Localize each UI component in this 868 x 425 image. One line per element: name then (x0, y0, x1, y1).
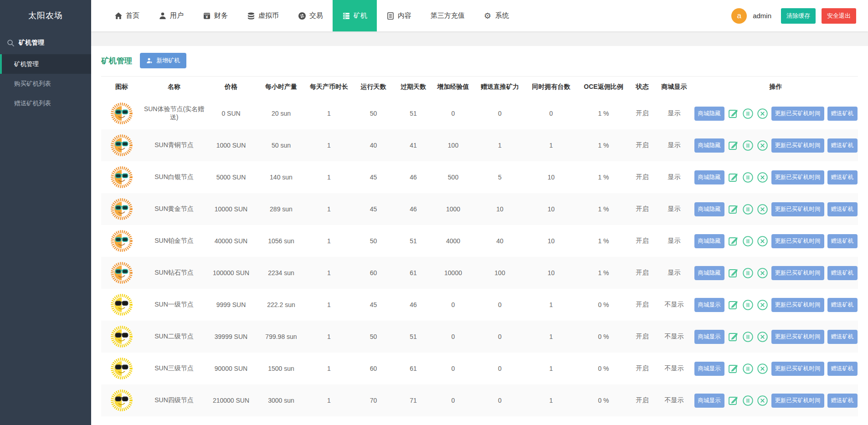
update-time-button[interactable]: 更新已买矿机时间 (771, 107, 824, 121)
add-miner-button[interactable]: 新增矿机 (140, 53, 186, 68)
gift-miner-button[interactable]: 赠送矿机 (827, 170, 858, 184)
edit-button[interactable] (728, 395, 739, 406)
edit-button[interactable] (728, 331, 739, 343)
cell-price: 90000 SUN (206, 353, 256, 384)
gift-miner-button[interactable]: 赠送矿机 (827, 298, 858, 312)
sidebar-item[interactable]: 赠送矿机列表 (0, 93, 91, 113)
update-time-button[interactable]: 更新已买矿机时间 (771, 170, 824, 184)
gift-miner-button[interactable]: 赠送矿机 (827, 202, 858, 216)
delete-button[interactable] (757, 363, 768, 374)
clear-cache-button[interactable]: 清除缓存 (781, 8, 816, 24)
app-root: 太阳农场 矿机管理 矿机管理购买矿机列表赠送矿机列表 首页用户¥财务虚拟币交易矿… (0, 0, 868, 425)
cell-hourly: 3000 sun (256, 384, 306, 416)
pause-button[interactable] (742, 299, 754, 311)
delete-button[interactable] (757, 108, 768, 119)
nav-item[interactable]: 矿机 (333, 0, 377, 31)
update-time-button[interactable]: 更新已买矿机时间 (771, 234, 824, 248)
pause-button[interactable] (742, 331, 754, 343)
sidebar-item[interactable]: 购买矿机列表 (0, 74, 91, 93)
mall-toggle-button[interactable]: 商城显示 (694, 362, 724, 376)
cell-oce: 1 % (577, 129, 630, 161)
edit-button[interactable] (728, 363, 739, 374)
update-time-button[interactable]: 更新已买矿机时间 (771, 362, 824, 376)
gift-miner-button[interactable]: 赠送矿机 (827, 394, 858, 408)
column-header: 每天产币时长 (306, 77, 352, 97)
cell-name: SUN一级节点 (142, 289, 206, 321)
cell-hours: 1 (306, 161, 352, 193)
nav-item[interactable]: 用户 (149, 0, 193, 31)
close-icon (757, 267, 768, 279)
gift-miner-button[interactable]: 赠送矿机 (827, 362, 858, 376)
edit-button[interactable] (728, 204, 739, 215)
edit-button[interactable] (728, 140, 739, 151)
cell-hours: 1 (306, 384, 352, 416)
pause-button[interactable] (742, 108, 754, 119)
logout-button[interactable]: 安全退出 (822, 8, 856, 24)
pause-button[interactable] (742, 236, 754, 247)
avatar[interactable]: a (731, 8, 747, 24)
delete-button[interactable] (757, 395, 768, 406)
mall-toggle-button[interactable]: 商城隐藏 (694, 234, 724, 248)
mall-toggle-button[interactable]: 商城显示 (694, 394, 724, 408)
nav-item[interactable]: 交易 (288, 0, 333, 31)
edit-button[interactable] (728, 267, 739, 279)
pause-button[interactable] (742, 395, 754, 406)
edit-button[interactable] (728, 236, 739, 247)
update-time-button[interactable]: 更新已买矿机时间 (771, 202, 824, 216)
pause-button[interactable] (742, 267, 754, 279)
pause-button[interactable] (742, 140, 754, 151)
gift-miner-button[interactable]: 赠送矿机 (827, 330, 858, 344)
sidebar-menu: 矿机管理购买矿机列表赠送矿机列表 (0, 54, 91, 113)
cell-status: 开启 (630, 225, 655, 257)
gift-miner-button[interactable]: 赠送矿机 (827, 266, 858, 280)
mall-toggle-button[interactable]: 商城隐藏 (694, 202, 724, 216)
delete-button[interactable] (757, 267, 768, 279)
delete-button[interactable] (757, 236, 768, 247)
pause-icon (742, 267, 754, 279)
cell-price: 5000 SUN (206, 161, 256, 193)
update-time-button[interactable]: 更新已买矿机时间 (771, 298, 824, 312)
cell-run_days: 50 (352, 225, 395, 257)
cell-max_own: 10 (525, 193, 577, 225)
pause-button[interactable] (742, 172, 754, 183)
cell-price: 10000 SUN (206, 193, 256, 225)
update-time-button[interactable]: 更新已买矿机时间 (771, 330, 824, 344)
gift-miner-button[interactable]: 赠送矿机 (827, 234, 858, 248)
nav-item[interactable]: ⚙系统 (474, 0, 519, 31)
mall-toggle-button[interactable]: 商城隐藏 (694, 138, 724, 153)
pause-button[interactable] (742, 363, 754, 374)
delete-button[interactable] (757, 331, 768, 343)
mall-toggle-button[interactable]: 商城显示 (694, 298, 724, 312)
yellow-sun-icon (111, 389, 133, 411)
edit-button[interactable] (728, 172, 739, 183)
cell-run_days: 60 (352, 257, 395, 289)
edit-icon (728, 299, 739, 311)
sidebar-item[interactable]: 矿机管理 (0, 54, 91, 74)
mall-toggle-button[interactable]: 商城隐藏 (694, 170, 724, 184)
nav-item[interactable]: 首页 (105, 0, 149, 31)
update-time-button[interactable]: 更新已买矿机时间 (771, 138, 824, 153)
cell-oce: 0 % (577, 321, 630, 353)
delete-button[interactable] (757, 140, 768, 151)
gift-miner-button[interactable]: 赠送矿机 (827, 107, 858, 121)
nav-item[interactable]: ¥财务 (193, 0, 237, 31)
mall-toggle-button[interactable]: 商城显示 (694, 330, 724, 344)
delete-button[interactable] (757, 204, 768, 215)
mall-toggle-button[interactable]: 商城隐藏 (694, 107, 724, 121)
nav-item[interactable]: 虚拟币 (237, 0, 288, 31)
breadcrumb-strip (91, 31, 868, 46)
update-time-button[interactable]: 更新已买矿机时间 (771, 394, 824, 408)
delete-button[interactable] (757, 299, 768, 311)
mall-toggle-button[interactable]: 商城隐藏 (694, 266, 724, 280)
delete-button[interactable] (757, 172, 768, 183)
username[interactable]: admin (753, 12, 771, 20)
nav-item[interactable]: 内容 (377, 0, 421, 31)
edit-button[interactable] (728, 108, 739, 119)
pause-button[interactable] (742, 204, 754, 215)
nav-item[interactable]: 第三方充值 (421, 0, 474, 31)
gift-miner-button[interactable]: 赠送矿机 (827, 138, 858, 153)
page-title: 矿机管理 (101, 56, 132, 66)
edit-icon (728, 267, 739, 279)
edit-button[interactable] (728, 299, 739, 311)
update-time-button[interactable]: 更新已买矿机时间 (771, 266, 824, 280)
